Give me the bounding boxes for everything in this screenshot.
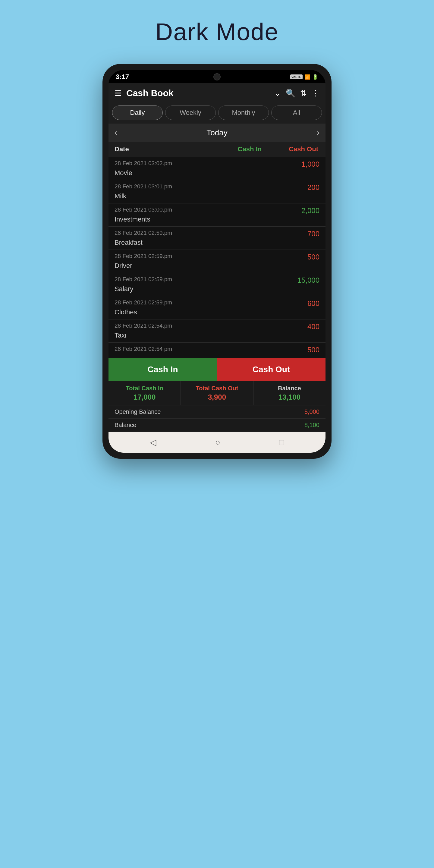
transaction-amount-in: 15,000 [298, 276, 319, 284]
table-header: Date Cash In Cash Out [108, 142, 326, 157]
total-cash-out-cell: Total Cash Out 3,900 [181, 381, 253, 405]
transaction-amount-out: 1,000 [301, 160, 319, 168]
tab-bar: Daily Weekly Monthly All [108, 103, 326, 124]
volte-badge: VoLTE [290, 74, 303, 79]
dropdown-icon[interactable]: ⌄ [274, 89, 281, 98]
transaction-amount-in: 2,000 [301, 207, 319, 215]
transaction-date: 28 Feb 2021 03:02.pm [115, 160, 172, 167]
transaction-date: 28 Feb 2021 03:00.pm [115, 207, 172, 213]
table-row[interactable]: 28 Feb 2021 02:54 pm 500 [108, 343, 326, 358]
phone-frame: 3:17 VoLTE 📶 🔋 ☰ Cash Book ⌄ 🔍 ⇅ ⋮ Daily… [102, 64, 332, 459]
page-title: Dark Mode [155, 18, 278, 46]
transaction-date: 28 Feb 2021 02:59.pm [115, 276, 172, 283]
menu-icon[interactable]: ☰ [115, 89, 121, 98]
header-cash-in: Cash In [205, 145, 261, 153]
table-row[interactable]: 28 Feb 2021 03:01.pm 200 Milk [108, 180, 326, 204]
balance-label: Balance [256, 385, 322, 392]
transaction-date: 28 Feb 2021 02:59.pm [115, 230, 172, 236]
table-row[interactable]: 28 Feb 2021 02:59.pm 600 Clothes [108, 296, 326, 319]
prev-date-button[interactable]: ‹ [115, 128, 117, 137]
date-navigation: ‹ Today › [108, 124, 326, 142]
total-cash-in-label: Total Cash In [112, 385, 178, 392]
opening-balance-row: Opening Balance -5,000 [108, 405, 326, 418]
next-date-button[interactable]: › [317, 128, 319, 137]
opening-balance-label: Opening Balance [115, 408, 161, 415]
transaction-name: Taxi [115, 332, 319, 339]
status-bar: 3:17 VoLTE 📶 🔋 [108, 70, 326, 83]
signal-icon: 📶 [304, 74, 310, 80]
recent-button[interactable]: □ [279, 438, 284, 447]
transaction-name: Driver [115, 262, 319, 270]
total-cash-out-label: Total Cash Out [184, 385, 250, 392]
table-row[interactable]: 28 Feb 2021 03:00.pm 2,000 Investments [108, 204, 326, 227]
phone-screen: 3:17 VoLTE 📶 🔋 ☰ Cash Book ⌄ 🔍 ⇅ ⋮ Daily… [108, 70, 326, 453]
back-button[interactable]: ◁ [150, 437, 156, 447]
transaction-amount-out: 500 [307, 346, 319, 354]
total-cash-in-value: 17,000 [112, 393, 178, 401]
home-button[interactable]: ○ [215, 438, 220, 447]
status-right: VoLTE 📶 🔋 [290, 74, 318, 80]
table-row[interactable]: 28 Feb 2021 02:59.pm 500 Driver [108, 250, 326, 273]
camera-notch-container [213, 73, 221, 81]
transaction-name: Clothes [115, 308, 319, 316]
header-date: Date [115, 145, 205, 153]
table-row[interactable]: 28 Feb 2021 02:54.pm 400 Taxi [108, 319, 326, 343]
cash-in-button[interactable]: Cash In [108, 358, 217, 381]
status-time: 3:17 [116, 73, 129, 81]
transaction-date: 28 Feb 2021 02:54.pm [115, 322, 172, 329]
tab-monthly[interactable]: Monthly [218, 105, 269, 120]
transaction-name: Salary [115, 285, 319, 293]
search-icon[interactable]: 🔍 [286, 89, 296, 98]
transaction-date: 28 Feb 2021 03:01.pm [115, 183, 172, 190]
transaction-list: 28 Feb 2021 03:02.pm 1,000 Movie 28 Feb … [108, 157, 326, 358]
transaction-date: 28 Feb 2021 02:59.pm [115, 299, 172, 306]
nav-bar: ◁ ○ □ [108, 432, 326, 453]
opening-balance-value: -5,000 [302, 408, 319, 415]
transaction-amount-out: 400 [307, 322, 319, 331]
transaction-date: 28 Feb 2021 02:59.pm [115, 253, 172, 259]
transaction-amount-out: 700 [307, 230, 319, 238]
transaction-date: 28 Feb 2021 02:54 pm [115, 346, 172, 352]
action-buttons: Cash In Cash Out [108, 358, 326, 381]
balance-cell: Balance 13,100 [253, 381, 326, 405]
sort-icon[interactable]: ⇅ [300, 89, 307, 98]
transaction-name: Milk [115, 192, 319, 200]
transaction-name: Movie [115, 169, 319, 177]
transaction-name: Investments [115, 216, 319, 223]
transaction-amount-out: 600 [307, 299, 319, 308]
final-balance-row: Balance 8,100 [108, 418, 326, 432]
summary-section: Total Cash In 17,000 Total Cash Out 3,90… [108, 381, 326, 432]
tab-all[interactable]: All [271, 105, 322, 120]
transaction-amount-out: 200 [307, 183, 319, 192]
cash-out-button[interactable]: Cash Out [217, 358, 326, 381]
tab-weekly[interactable]: Weekly [165, 105, 216, 120]
balance-value: 13,100 [256, 393, 322, 401]
table-row[interactable]: 28 Feb 2021 02:59.pm 15,000 Salary [108, 273, 326, 296]
final-balance-value: 8,100 [304, 422, 319, 429]
transaction-name: Breakfast [115, 239, 319, 247]
transaction-amount-out: 500 [307, 253, 319, 261]
more-icon[interactable]: ⋮ [312, 89, 319, 98]
tab-daily[interactable]: Daily [112, 105, 163, 120]
current-date-label: Today [207, 128, 227, 137]
app-bar: ☰ Cash Book ⌄ 🔍 ⇅ ⋮ [108, 83, 326, 103]
battery-icon: 🔋 [312, 74, 318, 80]
table-row[interactable]: 28 Feb 2021 02:59.pm 700 Breakfast [108, 227, 326, 250]
header-cash-out: Cash Out [261, 145, 319, 153]
total-cash-out-value: 3,900 [184, 393, 250, 401]
app-title: Cash Book [126, 88, 270, 98]
camera-notch [213, 73, 221, 81]
final-balance-label: Balance [115, 422, 136, 429]
total-cash-in-cell: Total Cash In 17,000 [108, 381, 181, 405]
table-row[interactable]: 28 Feb 2021 03:02.pm 1,000 Movie [108, 157, 326, 180]
